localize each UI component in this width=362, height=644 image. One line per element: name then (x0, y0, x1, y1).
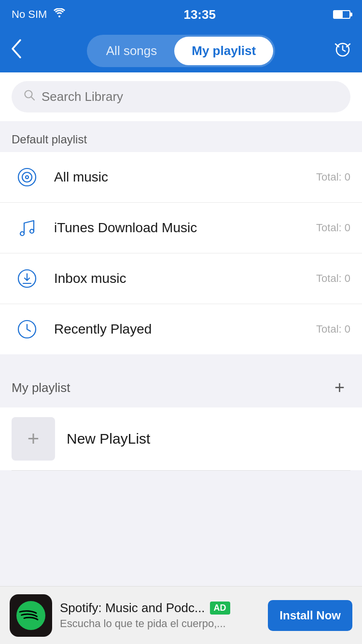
new-playlist-label: New PlayList (67, 431, 150, 447)
item-label: All music (54, 169, 316, 185)
status-right (333, 10, 350, 19)
search-bar[interactable] (12, 81, 350, 112)
ad-text: Spotify: Music and Podc... AD Escucha lo… (60, 601, 260, 630)
ad-title: Spotify: Music and Podc... AD (60, 601, 260, 616)
default-playlist-list: All music Total: 0 iTunes Download Music… (0, 152, 362, 354)
main-content: Default playlist All music Total: 0 (0, 72, 362, 529)
item-label: Inbox music (54, 271, 316, 286)
svg-point-3 (22, 172, 32, 182)
nav-tabs: All songs My playlist (87, 35, 275, 67)
new-playlist-thumb: + (12, 417, 55, 461)
list-item[interactable]: Inbox music Total: 0 (0, 253, 362, 304)
nav-bar: All songs My playlist (0, 29, 362, 72)
svg-point-4 (26, 176, 28, 179)
svg-point-9 (16, 601, 45, 630)
default-playlist-section-label: Default playlist (0, 121, 362, 152)
item-count: Total: 0 (316, 323, 350, 336)
inbox-music-icon (12, 263, 42, 294)
ad-app-name: Spotify: Music and Podc... (60, 601, 205, 616)
item-count: Total: 0 (316, 272, 350, 285)
list-item[interactable]: All music Total: 0 (0, 152, 362, 203)
ad-banner: Spotify: Music and Podc... AD Escucha lo… (0, 586, 362, 644)
item-label: Recently Played (54, 322, 316, 337)
list-item[interactable]: iTunes Download Music Total: 0 (0, 203, 362, 253)
plus-icon: + (28, 429, 40, 449)
svg-point-5 (20, 232, 24, 236)
my-playlist-section-label: My playlist (12, 380, 70, 395)
status-bar: No SIM 13:35 (0, 0, 362, 29)
svg-point-2 (18, 168, 36, 186)
svg-point-6 (30, 229, 34, 233)
ad-app-icon (10, 594, 52, 637)
list-item[interactable]: Recently Played Total: 0 (0, 304, 362, 354)
back-button[interactable] (10, 38, 34, 64)
section-gap (0, 354, 362, 364)
music-note-icon (12, 212, 42, 243)
item-count: Total: 0 (316, 171, 350, 183)
playlist-divider (12, 470, 350, 471)
search-icon (23, 89, 36, 105)
add-playlist-button[interactable]: + (329, 376, 350, 400)
battery-icon (333, 10, 350, 19)
clock-icon (12, 314, 42, 345)
item-count: Total: 0 (316, 222, 350, 234)
my-playlist-header: My playlist + (0, 364, 362, 407)
status-time: 13:35 (183, 7, 216, 22)
new-playlist-item[interactable]: + New PlayList (0, 407, 362, 470)
alarm-button[interactable] (328, 39, 352, 63)
install-button[interactable]: Install Now (268, 600, 352, 631)
item-label: iTunes Download Music (54, 220, 316, 236)
tab-my-playlist[interactable]: My playlist (174, 37, 273, 65)
tab-all-songs[interactable]: All songs (89, 37, 175, 65)
ad-badge: AD (210, 602, 230, 615)
wifi-icon (53, 8, 66, 21)
music-disc-icon (12, 162, 42, 193)
search-input[interactable] (42, 89, 339, 104)
status-left: No SIM (12, 8, 66, 21)
search-container (0, 72, 362, 121)
ad-subtitle: Escucha lo que te pida el cuerpo,... (60, 617, 260, 630)
carrier-label: No SIM (12, 8, 47, 21)
